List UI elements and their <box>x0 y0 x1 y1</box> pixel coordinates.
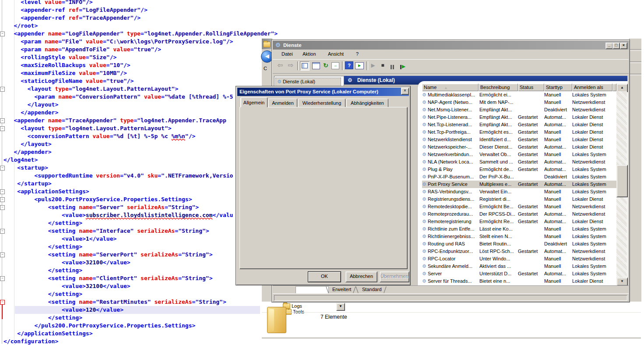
explorer-items-count: 7 Elemente <box>320 314 347 320</box>
service-row[interactable]: ⚙Sekundäre Anmeld... Aktiviert das ... M… <box>422 263 616 270</box>
sort-asc-icon: ▲ <box>444 86 447 90</box>
menu-help[interactable]: ? <box>356 51 359 57</box>
menu-aktion[interactable]: Aktion <box>303 51 316 57</box>
service-row[interactable]: ⚙NLA (Network Loca... Sammelt und ... Ge… <box>422 158 616 166</box>
column-header-starttyp[interactable]: Starttyp <box>544 84 572 91</box>
scrollbar-down-button[interactable]: ▼ <box>616 277 628 286</box>
service-row[interactable]: ⚙Netzwerkverbindun... Verwaltet Ob... Ge… <box>422 151 616 158</box>
menu-ansicht[interactable]: Ansicht <box>328 51 344 57</box>
service-row[interactable]: ⚙NAP-Agent (Netwo... Mit dem NAP-... Man… <box>422 99 616 106</box>
ok-button[interactable]: OK <box>308 271 341 282</box>
service-row[interactable]: ⚙Server Unterstützt D... Gestartet Autom… <box>422 270 616 277</box>
service-row[interactable]: ⚙Multimediaklassenpl... Ermöglicht ei...… <box>422 91 616 99</box>
explorer-bottom-pane: Logs Tools ▼ 7 Elemente <box>262 302 641 338</box>
code-fold-box[interactable]: − <box>0 87 5 92</box>
services-titlebar[interactable]: ⚙ Dienste _ □ × <box>273 41 629 50</box>
standard-view-icon[interactable]: ▶ <box>355 62 364 69</box>
restart-service-icon[interactable]: ▶ <box>399 63 407 71</box>
service-gear-icon: ⚙ <box>422 204 426 209</box>
properties-icon[interactable] <box>312 62 320 69</box>
minimize-button[interactable]: _ <box>605 43 613 49</box>
dialog-close-button[interactable]: × <box>401 88 409 95</box>
services-gear-icon: ⚙ <box>275 41 281 50</box>
code-fold-box[interactable]: − <box>0 126 5 131</box>
service-gear-icon: ⚙ <box>422 137 426 142</box>
menu-datei[interactable]: Datei <box>282 51 293 57</box>
tree-item-dienste-lokal[interactable]: ⚙Dienste (Lokal) <box>275 78 341 86</box>
close-button[interactable]: × <box>620 43 627 49</box>
code-fold-box[interactable]: − <box>0 118 5 123</box>
back-chevron-icon: ◀ <box>265 53 269 59</box>
export-list-icon[interactable]: → <box>331 62 339 69</box>
column-header-anmelden[interactable]: Anmelden als <box>572 84 612 91</box>
folder-item[interactable]: Tools <box>293 309 304 314</box>
code-fold-box[interactable]: − <box>0 32 5 36</box>
chevron-down-icon: ▼ <box>339 304 342 308</box>
code-fold-box[interactable]: − <box>0 189 5 194</box>
service-row[interactable]: ⚙Plug & Play Ermöglicht de... Gestartet … <box>422 166 616 173</box>
tab-abhaengigkeiten[interactable]: Abhängigkeiten <box>346 99 388 107</box>
show-console-tree-icon[interactable] <box>300 61 310 71</box>
service-row[interactable]: ⚙Remotedesktopdie... Ermöglicht Be... Ge… <box>422 203 616 210</box>
tab-allgemein[interactable]: Allgemein <box>240 97 267 107</box>
close-icon: × <box>404 88 406 93</box>
code-fold-box[interactable]: − <box>0 197 5 202</box>
service-row[interactable]: ⚙Remoteregistrierung Ermöglicht Re... Ge… <box>422 218 616 225</box>
code-fold-box[interactable]: − <box>0 276 5 281</box>
column-header-beschreibung[interactable]: Beschreibung <box>479 84 518 91</box>
service-gear-icon: ⚙ <box>422 122 426 127</box>
code-fold-guide-line <box>2 0 2 344</box>
code-fold-box-changed[interactable]: − <box>0 300 5 305</box>
stop-service-icon[interactable]: ■ <box>380 61 386 69</box>
service-gear-icon: ⚙ <box>422 181 426 187</box>
service-row[interactable]: ⚙Remoteprozedurau... Der RPCSS-Di... Ges… <box>422 210 616 218</box>
column-header-name[interactable]: Name ▲ <box>422 84 479 91</box>
service-row[interactable]: ⚙PnP-X-IP-Busenum... Der PnP-X-Bu... Dea… <box>422 173 616 181</box>
service-row[interactable]: ⚙RPC-Endpunktzuor... Löst RPC-Sch... Ges… <box>422 248 616 255</box>
service-row[interactable]: ⚙Net.Tcp-Portfreiga... Ermöglicht es... … <box>422 128 616 136</box>
close-icon: × <box>623 43 625 47</box>
code-fold-box[interactable]: − <box>0 253 5 257</box>
explorer-combo-dropdown-button[interactable]: ▼ <box>336 303 345 311</box>
service-row[interactable]: ⚙Port Proxy Service Multiplexes e... Ges… <box>422 181 616 188</box>
explorer-address-fragment: C <box>264 66 267 71</box>
service-row[interactable]: ⚙Net.Msmq-Listener... Empfängt Akt... De… <box>422 106 616 114</box>
service-row[interactable]: ⚙Netzwerkspeicher-... Dieser Dienst... G… <box>422 143 616 151</box>
service-row[interactable]: ⚙Richtlinienergebniss... Stellt einen N.… <box>422 233 616 240</box>
code-fold-box[interactable]: − <box>0 205 5 210</box>
folder-item[interactable]: Logs <box>292 303 302 309</box>
service-row[interactable]: ⚙Netzwerklistendienst Identifiziert d...… <box>422 136 616 143</box>
scroll-up-icon: ▲ <box>620 85 624 89</box>
pause-service-icon[interactable] <box>389 63 395 71</box>
abbrechen-button[interactable]: Abbrechen <box>345 271 377 282</box>
service-gear-icon: ⚙ <box>422 271 426 276</box>
dialog-titlebar[interactable]: Eigenschaften von Port Proxy Service (Lo… <box>237 88 409 96</box>
code-fold-box[interactable]: − <box>0 166 5 171</box>
service-row[interactable]: ⚙Net.Tcp-Listenerad... Empfängt Akt... G… <box>422 121 616 128</box>
service-row[interactable]: ⚙RPC-Locator Unter Windo... Manuell Netz… <box>422 255 616 263</box>
start-service-icon[interactable]: ▶ <box>370 61 376 69</box>
tab-wiederherstellung[interactable]: Wiederherstellung <box>298 99 345 107</box>
scrollbar-thumb[interactable] <box>616 165 628 197</box>
service-row[interactable]: ⚙Routing und RAS Bietet Routin... Deakti… <box>422 240 616 248</box>
service-row[interactable]: ⚙Net.Pipe-Listenera... Empfängt Akt... G… <box>422 114 616 121</box>
tab-anmelden[interactable]: Anmelden <box>268 99 297 107</box>
service-gear-icon: ⚙ <box>422 211 426 217</box>
service-row[interactable]: ⚙Server für Threads... Bietet eine n... … <box>422 277 616 285</box>
back-icon[interactable]: ⇦ <box>276 61 284 69</box>
forward-icon[interactable]: ⇨ <box>287 61 295 69</box>
column-header-status[interactable]: Status <box>518 84 544 91</box>
service-row[interactable]: ⚙Registrierungsdiens... Registriert di..… <box>422 196 616 203</box>
service-row[interactable]: ⚙RAS-Verbindungsv... Verwaltet Ein... Ma… <box>422 188 616 196</box>
help-icon[interactable]: ? <box>345 61 353 69</box>
tab-erweitert[interactable]: Erweitert <box>332 287 351 292</box>
refresh-icon[interactable]: ↻ <box>322 61 330 69</box>
service-row[interactable]: ⚙Richtlinie zum Entfe... Lässt eine Ko..… <box>422 225 616 233</box>
service-gear-icon: ⚙ <box>422 256 426 261</box>
service-gear-icon: ⚙ <box>422 234 426 239</box>
minimize-icon: _ <box>608 43 610 47</box>
maximize-button[interactable]: □ <box>612 43 620 49</box>
scrollbar-track[interactable] <box>616 91 627 285</box>
tab-standard[interactable]: Standard <box>362 287 382 292</box>
code-fold-box[interactable]: − <box>0 229 5 234</box>
